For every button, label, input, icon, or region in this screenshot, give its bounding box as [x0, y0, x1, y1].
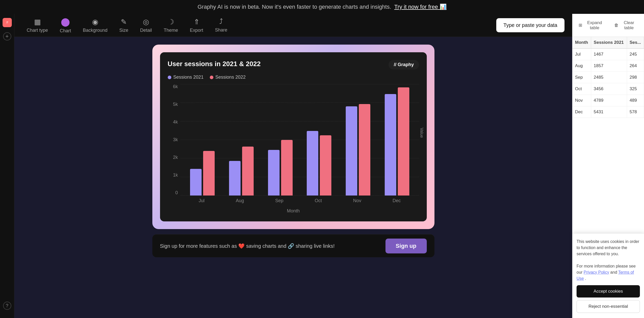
table-row: Sep2485298 [572, 72, 644, 83]
privacy-policy-link[interactable]: Privacy Policy [584, 270, 609, 274]
table-cell-s2022: 298 [627, 72, 644, 83]
announcement-text: Graphy AI is now in beta. Now it's even … [197, 4, 391, 10]
size-label: Size [119, 28, 128, 33]
toolbar-size[interactable]: ✎ Size [115, 16, 133, 35]
bar-group-aug [229, 84, 254, 196]
chart-body: 6k 5k 4k 3k 2k 1k 0 [168, 84, 419, 206]
table-cell-s2022: 325 [627, 83, 644, 95]
chart-title: User sessions in 2021 & 2022 [168, 60, 261, 68]
bar-group-sep [268, 84, 293, 196]
chart-legend: Sessions 2021 Sessions 2022 [168, 75, 419, 80]
bar-2022-sep [281, 140, 293, 196]
x-label-jul: Jul [199, 198, 204, 203]
y-tick-4k: 4k [173, 119, 178, 125]
logo-icon[interactable]: 〃 [3, 18, 12, 27]
x-label-aug: Aug [236, 198, 244, 203]
table-row: Dec5431578 [572, 106, 644, 118]
table-cell-s2021: 1467 [591, 48, 627, 60]
type-paste-button[interactable]: Type or paste your data [496, 18, 564, 32]
chart-logo: // Graphy [389, 60, 419, 69]
help-button[interactable]: ? [3, 302, 11, 310]
chart-inner: User sessions in 2021 & 2022 // Graphy S… [160, 52, 427, 221]
x-labels: JulAugSepOctNovDec [181, 196, 419, 206]
y-axis-label: Value [419, 128, 424, 138]
signup-button[interactable]: Sign up [385, 239, 427, 253]
bar-2021-oct [307, 131, 318, 196]
reject-cookies-button[interactable]: Reject non-essential [577, 300, 640, 313]
x-label-nov: Nov [353, 198, 361, 203]
toolbar-chart-type[interactable]: ▦ Chart type [22, 16, 53, 35]
bar-2021-dec [385, 94, 396, 196]
bars-container [181, 84, 419, 196]
clear-table-icon: 🗑 [614, 23, 619, 28]
table-row: Nov4789489 [572, 95, 644, 106]
data-table-element: Month Sessions 2021 Ses... Jul1467245Aug… [572, 37, 644, 118]
toolbar-export[interactable]: ⇑ Export [185, 16, 208, 35]
y-tick-2k: 2k [173, 155, 178, 160]
table-cell-s2021: 2485 [591, 72, 627, 83]
toolbar-detail[interactable]: ◎ Detail [135, 16, 156, 35]
accept-cookies-button[interactable]: Accept cookies [577, 285, 640, 298]
table-cell-month: Sep [572, 72, 591, 83]
table-cell-s2021: 3456 [591, 83, 627, 95]
toolbar-share[interactable]: ⤴ Share [210, 16, 232, 35]
table-cell-s2021: 5431 [591, 106, 627, 118]
table-row: Oct3456325 [572, 83, 644, 95]
share-label: Share [215, 27, 227, 33]
bar-2022-oct [320, 135, 331, 196]
toolbar-background[interactable]: ◉ Background [78, 16, 112, 35]
col-header-s2021: Sessions 2021 [591, 37, 627, 48]
table-cell-s2021: 1857 [591, 60, 627, 72]
toolbar-theme[interactable]: ☽ Theme [159, 16, 183, 35]
announcement-cta[interactable]: Try it now for free 📊 [394, 4, 446, 10]
x-label-oct: Oct [315, 198, 322, 203]
export-icon: ⇑ [194, 18, 200, 26]
table-cell-month: Nov [572, 95, 591, 106]
col-header-month: Month [572, 37, 591, 48]
y-axis: 6k 5k 4k 3k 2k 1k 0 [168, 84, 181, 206]
table-cell-s2021: 4789 [591, 95, 627, 106]
bar-2022-dec [398, 87, 409, 196]
bar-2021-jul [190, 169, 202, 196]
chart-type-label: Chart type [27, 28, 48, 33]
table-cell-month: Dec [572, 106, 591, 118]
background-icon: ◉ [92, 18, 98, 26]
expand-table-icon: ⊞ [579, 23, 582, 28]
left-sidebar: 〃 + ? [0, 14, 14, 318]
y-tick-6k: 6k [173, 84, 178, 89]
chart-area: User sessions in 2021 & 2022 // Graphy S… [14, 37, 572, 318]
bar-2021-aug [229, 161, 241, 196]
table-cell-s2022: 245 [627, 48, 644, 60]
expand-table-button[interactable]: ⊞ Expand table [576, 18, 609, 33]
y-tick-3k: 3k [173, 137, 178, 142]
signup-text: Sign up for more features such as ❤️ sav… [160, 243, 381, 249]
share-icon: ⤴ [219, 18, 223, 26]
table-cell-s2022: 264 [627, 60, 644, 72]
table-cell-s2022: 489 [627, 95, 644, 106]
table-cell-s2022: 578 [627, 106, 644, 118]
x-label-dec: Dec [393, 198, 401, 203]
bar-2022-nov [359, 104, 370, 196]
add-button[interactable]: + [3, 32, 11, 40]
background-label: Background [83, 28, 107, 33]
legend-label-2021: Sessions 2021 [173, 75, 204, 80]
size-icon: ✎ [121, 18, 127, 26]
content-area: ▦ Chart type ⬤ Chart ◉ Background ✎ Size… [14, 14, 572, 318]
y-tick-5k: 5k [173, 102, 178, 107]
toolbar-chart[interactable]: ⬤ Chart [55, 15, 76, 36]
table-cell-month: Jul [572, 48, 591, 60]
bar-2021-sep [268, 150, 280, 196]
announcement-bar: Graphy AI is now in beta. Now it's even … [0, 0, 644, 14]
bar-2022-aug [242, 147, 254, 196]
bar-group-oct [307, 84, 331, 196]
bar-2022-jul [203, 151, 215, 196]
y-tick-1k: 1k [173, 172, 178, 178]
bar-chart: JulAugSepOctNovDec Value [181, 84, 419, 206]
bar-2021-nov [346, 106, 357, 196]
legend-item-2022: Sessions 2022 [210, 75, 246, 80]
clear-table-button[interactable]: 🗑 Clear table [611, 18, 641, 33]
right-panel-toolbar: ⊞ Expand table 🗑 Clear table [572, 14, 644, 37]
table-row: Jul1467245 [572, 48, 644, 60]
legend-dot-blue [168, 76, 171, 79]
chart-type-icon: ▦ [34, 18, 41, 26]
